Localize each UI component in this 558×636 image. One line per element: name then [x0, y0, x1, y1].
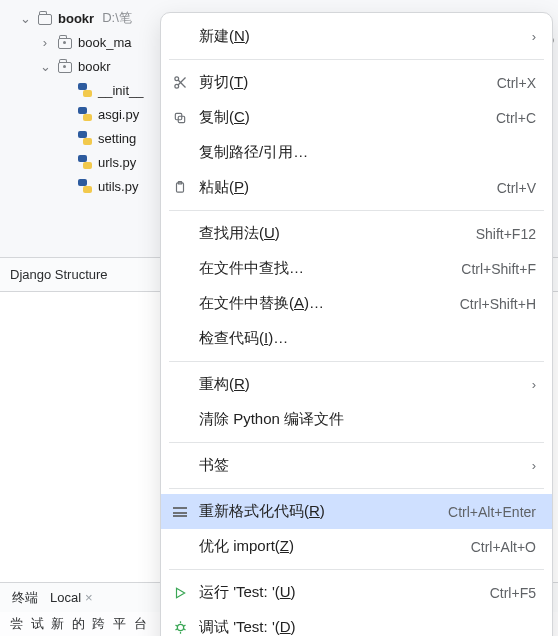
- menu-item[interactable]: 粘贴(P)Ctrl+V: [161, 170, 552, 205]
- menu-item-label: 检查代码(I)…: [199, 329, 288, 348]
- terminal-tab-label: 终端: [12, 589, 38, 607]
- terminal-session-label: Local: [50, 590, 81, 605]
- folder-icon: [36, 12, 54, 25]
- menu-item-label: 新建(N): [199, 27, 250, 46]
- chevron-down-icon: ⌄: [18, 11, 32, 26]
- bug-icon: [171, 620, 189, 635]
- menu-shortcut: Ctrl+F5: [490, 585, 536, 601]
- menu-shortcut: Ctrl+Shift+H: [460, 296, 536, 312]
- tree-file-label: utils.py: [98, 179, 138, 194]
- context-menu: 新建(N)›剪切(T)Ctrl+X复制(C)Ctrl+C复制路径/引用…粘贴(P…: [160, 12, 553, 636]
- folder-icon: [56, 36, 74, 49]
- menu-shortcut: Ctrl+Alt+O: [471, 539, 536, 555]
- play-icon: [171, 586, 189, 600]
- menu-item[interactable]: 重新格式化代码(R)Ctrl+Alt+Enter: [161, 494, 552, 529]
- menu-item[interactable]: 新建(N)›: [161, 19, 552, 54]
- menu-item-label: 优化 import(Z): [199, 537, 294, 556]
- chevron-down-icon: ⌄: [38, 59, 52, 74]
- menu-item[interactable]: 查找用法(U)Shift+F12: [161, 216, 552, 251]
- menu-shortcut: Ctrl+Shift+F: [461, 261, 536, 277]
- menu-item-label: 复制路径/引用…: [199, 143, 308, 162]
- scissors-icon: [171, 75, 189, 90]
- python-file-icon: [76, 179, 94, 193]
- menu-item[interactable]: 检查代码(I)…: [161, 321, 552, 356]
- tree-folder-label: book_ma: [78, 35, 131, 50]
- python-file-icon: [76, 155, 94, 169]
- tree-root-path: D:\笔: [102, 9, 132, 27]
- menu-item[interactable]: 重构(R)›: [161, 367, 552, 402]
- menu-shortcut: Ctrl+Alt+Enter: [448, 504, 536, 520]
- menu-item-label: 在文件中查找…: [199, 259, 304, 278]
- menu-item-label: 剪切(T): [199, 73, 248, 92]
- menu-item[interactable]: 在文件中替换(A)…Ctrl+Shift+H: [161, 286, 552, 321]
- python-file-icon: [76, 131, 94, 145]
- menu-item-label: 清除 Python 编译文件: [199, 410, 344, 429]
- lines-icon: [171, 507, 189, 517]
- menu-item-label: 查找用法(U): [199, 224, 280, 243]
- chevron-right-icon: ›: [532, 29, 536, 44]
- svg-marker-8: [177, 588, 185, 597]
- menu-item-label: 在文件中替换(A)…: [199, 294, 324, 313]
- svg-point-9: [177, 624, 183, 630]
- clipboard-icon: [171, 180, 189, 195]
- menu-shortcut: Ctrl+V: [497, 180, 536, 196]
- copy-icon: [171, 111, 189, 125]
- app-root: ⌄ bookr D:\笔 › book_ma ⌄ bookr __init__ …: [0, 0, 558, 636]
- menu-item[interactable]: 复制(C)Ctrl+C: [161, 100, 552, 135]
- menu-item[interactable]: 清除 Python 编译文件: [161, 402, 552, 437]
- tree-root-label: bookr: [58, 11, 94, 26]
- terminal-session-tab[interactable]: Local ×: [50, 590, 93, 605]
- menu-item[interactable]: 调试 'Test: '(D): [161, 610, 552, 636]
- chevron-right-icon: ›: [532, 458, 536, 473]
- tree-file-label: setting: [98, 131, 136, 146]
- folder-icon: [56, 60, 74, 73]
- menu-item[interactable]: 书签›: [161, 448, 552, 483]
- tree-folder-label: bookr: [78, 59, 111, 74]
- menu-shortcut: Ctrl+X: [497, 75, 536, 91]
- terminal-tab[interactable]: 终端: [12, 589, 38, 607]
- panel-title: Django Structure: [10, 267, 108, 282]
- close-icon[interactable]: ×: [85, 590, 93, 605]
- svg-line-13: [175, 629, 177, 630]
- tree-file-label: __init__: [98, 83, 144, 98]
- menu-item[interactable]: 复制路径/引用…: [161, 135, 552, 170]
- menu-item[interactable]: 在文件中查找…Ctrl+Shift+F: [161, 251, 552, 286]
- tree-file-label: asgi.py: [98, 107, 139, 122]
- menu-item-label: 书签: [199, 456, 229, 475]
- status-text: 尝 试 新 的 跨 平 台: [10, 615, 149, 633]
- menu-item[interactable]: 优化 import(Z)Ctrl+Alt+O: [161, 529, 552, 564]
- menu-item-label: 调试 'Test: '(D): [199, 618, 296, 636]
- menu-shortcut: Ctrl+C: [496, 110, 536, 126]
- menu-item-label: 运行 'Test: '(U): [199, 583, 296, 602]
- svg-line-12: [183, 625, 185, 626]
- menu-item[interactable]: 剪切(T)Ctrl+X: [161, 65, 552, 100]
- menu-item[interactable]: 运行 'Test: '(U)Ctrl+F5: [161, 575, 552, 610]
- svg-line-14: [183, 629, 185, 630]
- chevron-right-icon: ›: [532, 377, 536, 392]
- menu-item-label: 重新格式化代码(R): [199, 502, 325, 521]
- python-file-icon: [76, 83, 94, 97]
- python-file-icon: [76, 107, 94, 121]
- tree-file-label: urls.py: [98, 155, 136, 170]
- chevron-right-icon: ›: [38, 35, 52, 50]
- menu-item-label: 粘贴(P): [199, 178, 249, 197]
- menu-item-label: 重构(R): [199, 375, 250, 394]
- menu-shortcut: Shift+F12: [476, 226, 536, 242]
- menu-item-label: 复制(C): [199, 108, 250, 127]
- svg-line-11: [175, 625, 177, 626]
